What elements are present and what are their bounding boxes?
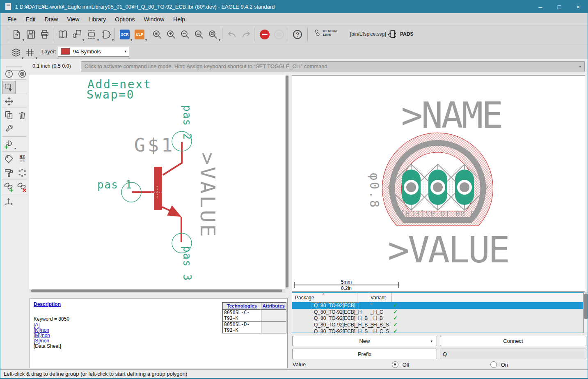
info-icon [4, 69, 14, 79]
stop-icon [260, 30, 270, 39]
printer-icon [39, 29, 50, 40]
tool-sidebar: ▾ R2 10k [0, 74, 29, 293]
value-tool[interactable]: R2 10k [16, 153, 28, 165]
library-button[interactable] [56, 27, 69, 42]
package-column-header[interactable]: Package [295, 295, 314, 301]
caret-down-icon: ▾ [130, 39, 132, 42]
menu-file[interactable]: File [3, 14, 21, 24]
save-button[interactable] [24, 27, 37, 42]
table-row[interactable]: Q_80_TO-92[ECB]_H _H_C ✓ [292, 309, 583, 315]
value-label: Value [293, 361, 306, 368]
variant-column-header[interactable]: Variant [371, 295, 386, 301]
print-button[interactable] [38, 27, 51, 42]
redo-button[interactable] [240, 27, 253, 42]
link-m-non[interactable]: [M]/non [34, 333, 50, 338]
prefix-value-field[interactable]: Q [440, 349, 586, 359]
link-add-icon [4, 181, 14, 192]
link-k-non[interactable]: [K]/non [34, 327, 49, 333]
paint-tool[interactable] [3, 167, 15, 179]
new-package-button[interactable]: New ▾ [292, 336, 437, 346]
menu-help[interactable]: Help [169, 14, 190, 24]
name-tool[interactable] [3, 153, 15, 165]
symbol-editor-canvas[interactable]: Add=next Swap=0 G$1 >VALUE [29, 75, 285, 289]
radio-off-icon[interactable] [392, 361, 398, 368]
grid-button[interactable]: ▾ [23, 45, 37, 60]
menu-library[interactable]: Library [84, 14, 110, 24]
delete-tool[interactable] [16, 109, 28, 122]
menu-draw[interactable]: Draw [40, 14, 63, 24]
help-icon: ? [293, 30, 302, 39]
undo-button[interactable] [225, 27, 238, 42]
zoom-in-button[interactable] [165, 27, 178, 42]
attributes-header[interactable]: Attributes [261, 303, 286, 310]
prefix-button[interactable]: Prefix [292, 349, 437, 359]
minimize-button[interactable]: – [531, 0, 550, 13]
info-tool[interactable] [3, 68, 15, 80]
package-variant-table: Package ^ Variant Q_80_TO-92[ECB] '' ✓ Q… [292, 292, 583, 333]
symbol-vertical-scrollbar[interactable] [285, 75, 289, 289]
symbol-button[interactable]: ▾ [100, 27, 113, 42]
group-select-tool[interactable] [2, 81, 16, 94]
help-button[interactable]: ? [291, 27, 304, 42]
add-part-tool[interactable]: ▾ [3, 138, 15, 150]
layer-selected-value: 94 Symbols [73, 48, 121, 55]
menu-window[interactable]: Window [140, 14, 169, 24]
ulp-button[interactable]: ULP ▾ [133, 27, 146, 42]
menu-edit[interactable]: Edit [21, 14, 40, 24]
maximize-button[interactable]: □ [550, 0, 569, 13]
connect-button[interactable]: Connect [440, 336, 586, 346]
table-row[interactable]: Q_80_TO-92[ECB]_H_B_S _H_B_S ✓ [292, 322, 583, 328]
description-link[interactable]: Description [34, 301, 61, 307]
layer-settings-button[interactable]: ▾ [9, 45, 23, 60]
table-row[interactable]: Q_80_TO-92[ECB]_H_B _H_B ✓ [292, 315, 583, 322]
layer-select[interactable]: 94 Symbols ▾ [58, 46, 129, 57]
zoom-fit-button[interactable] [151, 27, 164, 42]
replace-tool[interactable] [16, 167, 28, 179]
stop-button[interactable] [258, 27, 271, 42]
change-tool[interactable] [3, 123, 15, 136]
command-bar: 0.1 inch (0.5 0.0) Click to activate com… [0, 59, 588, 74]
value-on-option[interactable]: On [490, 361, 508, 368]
check-icon: ✓ [393, 309, 398, 315]
check-icon: ✓ [393, 322, 398, 328]
show-tool[interactable] [16, 68, 28, 80]
move-tool[interactable] [3, 95, 15, 108]
scrollbar-thumb[interactable] [31, 289, 282, 292]
table-row[interactable]: Q_80_TO-92[ECB]_H_S _H_C_S ✓ [292, 328, 583, 333]
technologies-table: Technologies Attributes 8050SL-C-T92-K 8… [222, 302, 286, 333]
link-s-non[interactable]: [S]/non [34, 338, 49, 344]
script-button[interactable]: SCR ▾ [118, 27, 131, 42]
pads-button[interactable]: PADS [388, 29, 413, 39]
caret-down-icon: ▾ [579, 64, 581, 69]
ltspice-export-button[interactable]: [bin/LTspice.svg] ▾ [350, 31, 389, 37]
link-a[interactable]: [A] [34, 322, 40, 328]
table-row[interactable]: Q_80_TO-92[ECB] '' ✓ [292, 302, 583, 309]
zoom-select-button[interactable] [192, 27, 206, 42]
scrollbar-thumb[interactable] [286, 76, 288, 287]
attribute-swap: Swap=0 [87, 88, 135, 101]
command-line-input[interactable]: Click to activate command line mode. Hin… [81, 61, 585, 71]
technologies-header[interactable]: Technologies [223, 303, 261, 310]
radio-on-icon[interactable] [490, 361, 497, 368]
copy-tool[interactable] [3, 109, 15, 122]
mark-tool[interactable] [3, 195, 15, 208]
close-button[interactable]: × [569, 0, 588, 13]
design-link-button[interactable]: DESIGNLINK [313, 29, 337, 37]
value-off-option[interactable]: Off [392, 361, 410, 368]
ulp-icon: ULP [135, 30, 144, 39]
table-scrollbar[interactable] [583, 292, 588, 333]
zoom-redraw-icon [208, 29, 218, 40]
menu-options[interactable]: Options [110, 14, 139, 24]
go-button[interactable]: GO [272, 27, 286, 42]
link-remove-tool[interactable] [16, 181, 28, 193]
device-button[interactable]: ▾ [70, 27, 83, 42]
zoom-out-button[interactable] [178, 27, 192, 42]
scrollbar-thumb[interactable] [584, 294, 588, 319]
open-library-button[interactable]: ▾ [10, 27, 23, 42]
technology-cell: 8050SL-D-T92-K [223, 322, 261, 333]
symbol-horizontal-scrollbar[interactable] [29, 289, 285, 293]
link-add-tool[interactable] [3, 181, 15, 193]
zoom-redraw-button[interactable]: ▾ [206, 27, 220, 42]
package-button[interactable]: ▾ [85, 27, 98, 42]
menu-view[interactable]: View [62, 14, 84, 24]
